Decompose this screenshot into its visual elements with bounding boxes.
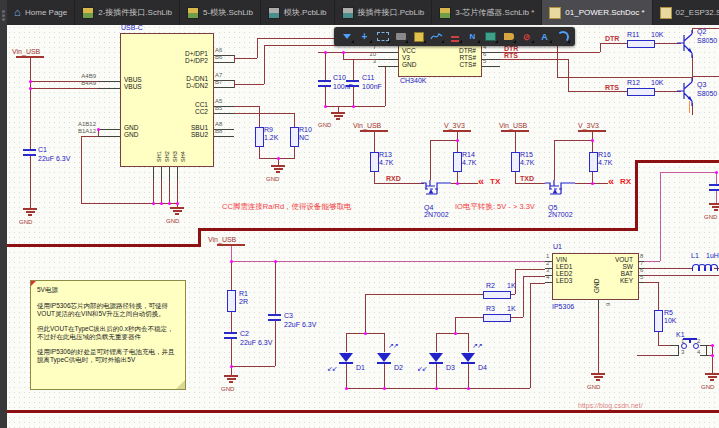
power-port-v3v3[interactable]: V_3V3 bbox=[578, 122, 599, 129]
net-label-txd[interactable]: TXD bbox=[520, 175, 534, 182]
capacitor-c2[interactable] bbox=[224, 337, 237, 339]
gnd-label: GND bbox=[19, 219, 32, 225]
resistor-r14[interactable] bbox=[453, 152, 462, 172]
gnd-power-port[interactable] bbox=[591, 373, 605, 381]
wire-segment bbox=[515, 269, 545, 270]
wire-segment bbox=[430, 140, 431, 180]
capacitor-c10[interactable] bbox=[318, 85, 331, 87]
resistor-r12[interactable] bbox=[627, 88, 655, 96]
power-port-v3v3[interactable]: V_3V3 bbox=[444, 122, 465, 129]
part-ref: D3 bbox=[446, 364, 455, 371]
capacitor-c1[interactable] bbox=[23, 154, 36, 156]
selection-rect-icon[interactable] bbox=[374, 29, 391, 44]
tab-home-page[interactable]: ⌂Home Page bbox=[7, 0, 75, 25]
resistor-r10[interactable] bbox=[290, 127, 299, 147]
part-ref: R12 bbox=[627, 79, 640, 86]
power-port-vin_usb[interactable]: Vin_USB bbox=[353, 122, 381, 129]
transistor-q3[interactable] bbox=[677, 78, 695, 108]
place-text-icon[interactable]: A bbox=[536, 29, 553, 44]
resistor-r5[interactable] bbox=[654, 310, 663, 332]
net-label-rxd[interactable]: RXD bbox=[386, 175, 401, 182]
tab-pcblib-module[interactable]: 模块.PcbLib bbox=[261, 0, 335, 25]
button-k1[interactable] bbox=[689, 340, 691, 343]
no-erc-icon[interactable]: ⊘ bbox=[518, 29, 535, 44]
capacitor-c2[interactable] bbox=[224, 332, 237, 334]
led-d3[interactable] bbox=[429, 353, 443, 364]
tab-pcblib-connector[interactable]: 接插件接口.PcbLib bbox=[335, 0, 433, 25]
resistor-r15[interactable] bbox=[511, 152, 520, 172]
region-border bbox=[7, 410, 719, 413]
pin-number: 3 bbox=[546, 267, 549, 273]
pin-number: 7 bbox=[640, 260, 643, 266]
resistor-r3[interactable] bbox=[483, 314, 511, 322]
wire-segment bbox=[385, 66, 386, 106]
gnd-power-port[interactable] bbox=[224, 375, 238, 383]
tab-schlib-connector[interactable]: 2-接插件接口.SchLib bbox=[75, 0, 180, 25]
tab-01-power-schdoc[interactable]: 01_POWER.SchDoc * bbox=[542, 0, 652, 25]
tab-02-esp32-schdoc[interactable]: 02_ESP32.SchDoc bbox=[653, 0, 719, 25]
clipboard-icon[interactable] bbox=[392, 29, 409, 44]
capacitor-c3[interactable] bbox=[268, 314, 281, 316]
part-val: 10K bbox=[664, 317, 676, 324]
gnd-power-port[interactable] bbox=[170, 207, 184, 215]
tab-schlib-module[interactable]: 5-模块.SchLib bbox=[180, 0, 261, 25]
transistor-q2[interactable] bbox=[677, 30, 695, 60]
pin-number: 3 bbox=[366, 58, 376, 64]
place-sheet-symbol-icon[interactable] bbox=[482, 29, 499, 44]
filter-icon[interactable] bbox=[338, 29, 355, 44]
place-power-port-icon[interactable] bbox=[446, 29, 463, 44]
gnd-power-port[interactable] bbox=[705, 373, 719, 381]
mosfet-q4[interactable] bbox=[421, 178, 451, 204]
resistor-r2[interactable] bbox=[483, 291, 511, 299]
port-rx[interactable]: RX bbox=[620, 178, 631, 186]
design-note[interactable]: 5V电源 使用IP5306芯片内部的电源路径转换，可使得VOUT灵活的在VIN和… bbox=[30, 280, 186, 390]
inductor-l1[interactable] bbox=[710, 264, 718, 271]
gnd-power-port[interactable] bbox=[23, 208, 37, 216]
gnd-power-port[interactable] bbox=[709, 203, 719, 211]
port-tx[interactable]: TX bbox=[490, 178, 500, 186]
part-val: 1K bbox=[507, 305, 516, 312]
resistor-r9[interactable] bbox=[255, 127, 264, 147]
capacitor-c1[interactable] bbox=[23, 149, 36, 151]
part-ref: R2 bbox=[486, 282, 495, 289]
gnd-power-port[interactable] bbox=[331, 112, 345, 120]
power-port-vin_usb[interactable]: Vin_USB bbox=[208, 236, 236, 243]
net-label-rts[interactable]: RTS bbox=[504, 52, 518, 59]
wire-segment bbox=[509, 317, 523, 318]
power-port-vin_usb[interactable]: Vin_USB bbox=[499, 122, 527, 129]
wire-segment bbox=[455, 317, 483, 318]
place-harness-icon[interactable] bbox=[500, 29, 517, 44]
place-wire-icon[interactable] bbox=[428, 29, 445, 44]
resistor-r1[interactable] bbox=[227, 290, 236, 312]
led-d2[interactable] bbox=[377, 353, 391, 364]
power-port-vin_usb[interactable]: Vin_USB bbox=[12, 48, 40, 55]
pin-number: 10 bbox=[366, 51, 376, 57]
led-d4[interactable] bbox=[461, 353, 475, 364]
net-label-dtr[interactable]: DTR bbox=[504, 45, 518, 52]
resistor-r16[interactable] bbox=[589, 152, 598, 172]
net-label-rts[interactable]: RTS bbox=[605, 84, 619, 91]
cross-cursor-icon[interactable]: + bbox=[356, 29, 373, 44]
tab-schlib-sensor[interactable]: 3-芯片传感器.SchLib * bbox=[432, 0, 542, 25]
junction-dot bbox=[456, 182, 459, 185]
wire-segment bbox=[384, 333, 385, 352]
capacitor[interactable] bbox=[709, 189, 719, 191]
resistor-r13[interactable] bbox=[370, 152, 379, 172]
tab-label: 2-接插件接口.SchLib bbox=[98, 7, 172, 18]
part-val: 100nF bbox=[362, 83, 382, 90]
wire-segment bbox=[455, 317, 456, 333]
place-arc-icon[interactable] bbox=[554, 29, 571, 44]
place-part-icon[interactable] bbox=[410, 29, 427, 44]
place-net-label-icon[interactable]: N bbox=[464, 29, 481, 44]
mosfet-q5[interactable] bbox=[545, 178, 575, 204]
capacitor-c3[interactable] bbox=[268, 319, 281, 321]
panel-collapse-strip[interactable] bbox=[0, 0, 7, 428]
capacitor[interactable] bbox=[709, 184, 719, 186]
capacitor-c11[interactable] bbox=[346, 80, 359, 82]
capacitor-c10[interactable] bbox=[318, 80, 331, 82]
net-label-dtr[interactable]: DTR bbox=[605, 35, 619, 42]
gnd-label: GND bbox=[701, 384, 714, 390]
led-d1[interactable] bbox=[339, 353, 353, 364]
gnd-power-port[interactable] bbox=[271, 165, 285, 173]
resistor-r11[interactable] bbox=[627, 40, 655, 48]
